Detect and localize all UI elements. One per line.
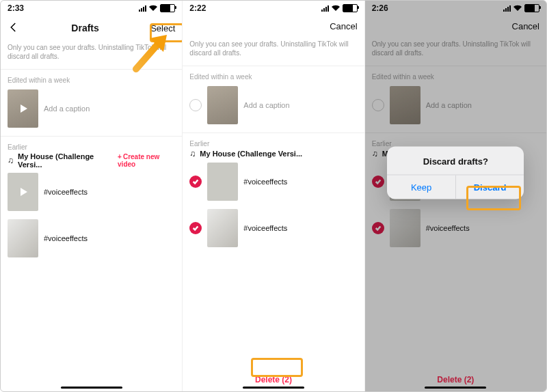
select-circle-checked[interactable] (189, 222, 202, 234)
home-indicator (61, 387, 122, 389)
draft-item-2[interactable]: #voiceeffects (1, 215, 182, 262)
status-time: 2:22 (189, 3, 206, 13)
section-earlier: Earlier (183, 133, 364, 149)
draft-placeholder: Add a caption (243, 101, 289, 109)
home-indicator (243, 387, 304, 389)
select-circle-checked[interactable] (189, 176, 202, 188)
draft-caption: #voiceeffects (243, 178, 287, 186)
section-recent: Edited within a week (183, 66, 364, 82)
select-circle-unchecked[interactable] (189, 99, 202, 111)
create-new-video-link[interactable]: +Create new video (118, 153, 175, 168)
draft-thumb (8, 219, 38, 257)
draft-item-1[interactable]: #voiceeffects (183, 158, 364, 205)
draft-thumb (207, 209, 238, 247)
draft-item-1[interactable]: #voiceeffects (1, 169, 182, 215)
cancel-button[interactable]: Cancel (330, 21, 357, 31)
section-earlier: Earlier (1, 137, 182, 152)
dialog-title: Discard drafts? (387, 146, 524, 175)
info-note: Only you can see your drafts. Uninstalli… (1, 43, 182, 70)
status-time: 2:33 (8, 3, 24, 13)
draft-thumb (8, 89, 38, 128)
screen-2-selection: 2:22 Cancel Only you can see your drafts… (183, 1, 364, 391)
section-recent: Edited within a week (1, 70, 182, 85)
screen-1-drafts: 2:33 Drafts Select Only you can see your… (1, 1, 183, 391)
music-note-icon: ♫ (8, 156, 14, 165)
signal-icon (139, 5, 146, 12)
discard-button[interactable]: Discard (456, 175, 524, 199)
select-button[interactable]: Select (150, 23, 175, 33)
draft-caption: #voiceeffects (243, 224, 287, 232)
music-title: My House (Challenge Versi... (200, 150, 302, 158)
music-row: ♫ My House (Challenge Versi... +Create n… (1, 152, 182, 169)
footer: Delete (2) (183, 365, 364, 391)
music-row: ♫ My House (Challenge Versi... (183, 149, 364, 158)
back-button[interactable] (8, 21, 20, 35)
battery-icon (160, 4, 175, 12)
draft-thumb (8, 173, 38, 211)
confirm-dialog: Discard drafts? Keep Discard (387, 146, 524, 199)
draft-placeholder: Add a caption (44, 104, 90, 113)
delete-button[interactable]: Delete (2) (255, 375, 292, 384)
signal-icon (321, 5, 329, 12)
music-note-icon: ♫ (189, 149, 196, 158)
info-note: Only you can see your drafts. Uninstalli… (183, 40, 364, 66)
status-bar: 2:33 (1, 1, 182, 16)
draft-thumb (207, 86, 238, 124)
music-title: My House (Challenge Versi... (18, 152, 114, 169)
draft-item-recent[interactable]: Add a caption (183, 82, 364, 128)
nav-bar: Drafts Select (1, 16, 182, 43)
wifi-icon (148, 5, 158, 12)
screen-3-confirm: 2:26 Cancel Only you can see your drafts… (365, 1, 546, 391)
draft-item-2[interactable]: #voiceeffects (183, 205, 364, 251)
draft-item-recent[interactable]: Add a caption (1, 85, 182, 132)
page-title: Drafts (71, 23, 98, 33)
keep-button[interactable]: Keep (387, 175, 456, 199)
wifi-icon (331, 5, 341, 12)
battery-icon (343, 4, 358, 12)
nav-bar: Cancel (183, 16, 364, 40)
footer (1, 375, 182, 391)
draft-caption: #voiceeffects (44, 188, 88, 196)
status-bar: 2:22 (183, 1, 364, 16)
draft-caption: #voiceeffects (44, 234, 88, 242)
draft-thumb (207, 163, 238, 201)
